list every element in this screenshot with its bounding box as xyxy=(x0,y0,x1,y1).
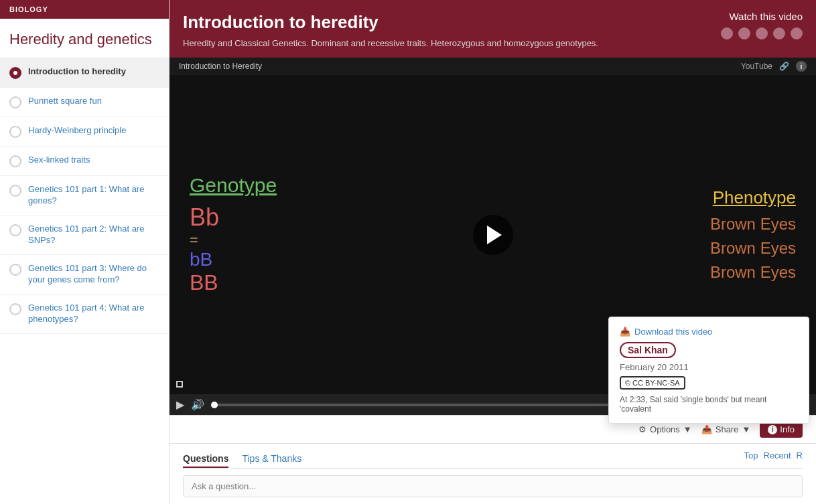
sidebar-circle-sex-linked xyxy=(9,155,21,167)
main-content-area: Introduction to Heredity YouTube 🔗 i Gen… xyxy=(169,58,816,504)
dot-5 xyxy=(791,27,803,39)
options-chevron-icon: ▼ xyxy=(683,424,692,434)
sidebar-item-punnett[interactable]: Punnett square fun xyxy=(0,88,169,117)
sidebar-item-genetics101p2[interactable]: Genetics 101 part 2: What are SNPs? xyxy=(0,216,169,255)
share-icon-btn: 📤 xyxy=(701,424,712,434)
options-button[interactable]: ⚙ Options ▼ xyxy=(638,424,692,434)
progress-dot xyxy=(211,402,218,408)
video-dots xyxy=(721,27,803,39)
chalk-left: Genotype Bb = bB BB xyxy=(190,174,473,295)
info-note: At 2:33, Sal said 'single bonds' but mea… xyxy=(620,395,798,414)
sidebar-subject: BIOLOGY xyxy=(0,0,169,19)
sidebar-circle-genetics101p1 xyxy=(9,185,21,197)
video-description: Heredity and Classical Genetics. Dominan… xyxy=(183,38,803,48)
chalk-equal: = xyxy=(190,232,473,249)
download-icon: 📥 xyxy=(620,327,630,337)
sidebar-title: Heredity and genetics xyxy=(0,19,169,58)
discussion-section: Questions Tips & Thanks Top Recent R xyxy=(169,443,816,504)
sidebar-item-hardy[interactable]: Hardy-Weinberg principle xyxy=(0,117,169,147)
scrubber-position xyxy=(176,381,183,388)
dot-4 xyxy=(773,27,785,39)
sidebar-label-intro: Introduction to heredity xyxy=(28,66,126,78)
share-button[interactable]: 📤 Share ▼ xyxy=(701,424,751,434)
question-input[interactable] xyxy=(183,475,803,497)
sidebar-item-genetics101p1[interactable]: Genetics 101 part 1: What are genes? xyxy=(0,176,169,216)
video-title: Introduction to heredity xyxy=(183,12,803,33)
chalk-right: Phenotype Brown Eyes Brown Eyes Brown Ey… xyxy=(513,187,797,282)
dot-1 xyxy=(721,27,733,39)
main-content: Introduction to heredity Heredity and Cl… xyxy=(169,0,816,504)
genotype-label: Genotype xyxy=(190,174,277,196)
info-date: February 20 2011 xyxy=(620,362,798,372)
info-circle-icon: i xyxy=(768,425,777,434)
phenotype-2: Brown Eyes xyxy=(513,239,797,258)
sort-r[interactable]: R xyxy=(797,450,803,468)
sidebar-label-genetics101p1: Genetics 101 part 1: What are genes? xyxy=(28,184,159,207)
info-license: © CC BY-NC-SA xyxy=(620,376,685,390)
sort-recent[interactable]: Recent xyxy=(763,450,791,468)
sidebar-items: Introduction to heredityPunnett square f… xyxy=(0,58,169,333)
video-header: Introduction to heredity Heredity and Cl… xyxy=(169,0,816,58)
sidebar-label-genetics101p3: Genetics 101 part 3: Where do your genes… xyxy=(28,263,159,286)
play-button[interactable] xyxy=(473,215,513,255)
tab-tips[interactable]: Tips & Thanks xyxy=(242,450,301,468)
video-top-bar: Introduction to Heredity YouTube 🔗 i xyxy=(169,58,816,75)
sidebar-circle-genetics101p4 xyxy=(9,303,21,315)
sidebar-label-genetics101p2: Genetics 101 part 2: What are SNPs? xyxy=(28,224,159,246)
sidebar-circle-genetics101p3 xyxy=(9,264,21,276)
cc-icon: © xyxy=(625,379,630,387)
phenotype-3: Brown Eyes xyxy=(513,263,797,282)
youtube-label: YouTube xyxy=(741,62,772,71)
chalk-bb: Bb xyxy=(190,203,473,232)
sidebar-item-genetics101p4[interactable]: Genetics 101 part 4: What are phenotypes… xyxy=(0,295,169,334)
video-label: Introduction to Heredity xyxy=(179,62,262,71)
sidebar-label-punnett: Punnett square fun xyxy=(28,96,102,107)
watch-label: Watch this video xyxy=(730,11,803,22)
download-button[interactable]: 📥 Download this video xyxy=(620,327,798,337)
video-top-right: YouTube 🔗 i xyxy=(741,61,807,72)
sidebar-item-genetics101p3[interactable]: Genetics 101 part 3: Where do your genes… xyxy=(0,255,169,295)
options-gear-icon: ⚙ xyxy=(638,424,647,434)
play-control-button[interactable]: ▶ xyxy=(176,398,184,411)
volume-button[interactable]: 🔊 xyxy=(191,398,204,411)
sidebar-label-sex-linked: Sex-linked traits xyxy=(28,155,90,166)
info-icon-video[interactable]: i xyxy=(796,61,807,72)
watch-this-video: Watch this video xyxy=(721,11,803,39)
sort-top[interactable]: Top xyxy=(744,450,758,468)
sidebar-label-genetics101p4: Genetics 101 part 4: What are phenotypes… xyxy=(28,303,159,325)
dot-3 xyxy=(756,27,768,39)
phenotype-1: Brown Eyes xyxy=(513,215,797,234)
info-panel: 📥 Download this video Sal Khan February … xyxy=(608,317,809,424)
share-icon[interactable]: 🔗 xyxy=(779,62,789,71)
sidebar-circle-punnett xyxy=(9,96,21,108)
sidebar-item-sex-linked[interactable]: Sex-linked traits xyxy=(0,147,169,176)
sidebar-circle-intro xyxy=(9,67,21,79)
chalk-bb3: BB xyxy=(190,270,473,295)
dot-2 xyxy=(738,27,750,39)
sidebar-label-hardy: Hardy-Weinberg principle xyxy=(28,125,126,137)
tab-questions[interactable]: Questions xyxy=(183,450,228,468)
chalk-bb2: bB xyxy=(190,249,473,270)
info-author[interactable]: Sal Khan xyxy=(620,342,676,358)
sidebar-item-intro[interactable]: Introduction to heredity xyxy=(0,58,169,88)
sort-links: Top Recent R xyxy=(744,450,803,468)
discussion-tabs: Questions Tips & Thanks Top Recent R xyxy=(183,450,803,469)
sidebar-circle-genetics101p2 xyxy=(9,224,21,236)
phenotype-label: Phenotype xyxy=(713,187,796,207)
sidebar: BIOLOGY Heredity and genetics Introducti… xyxy=(0,0,169,504)
sidebar-circle-hardy xyxy=(9,126,21,138)
share-chevron-icon: ▼ xyxy=(742,424,750,434)
